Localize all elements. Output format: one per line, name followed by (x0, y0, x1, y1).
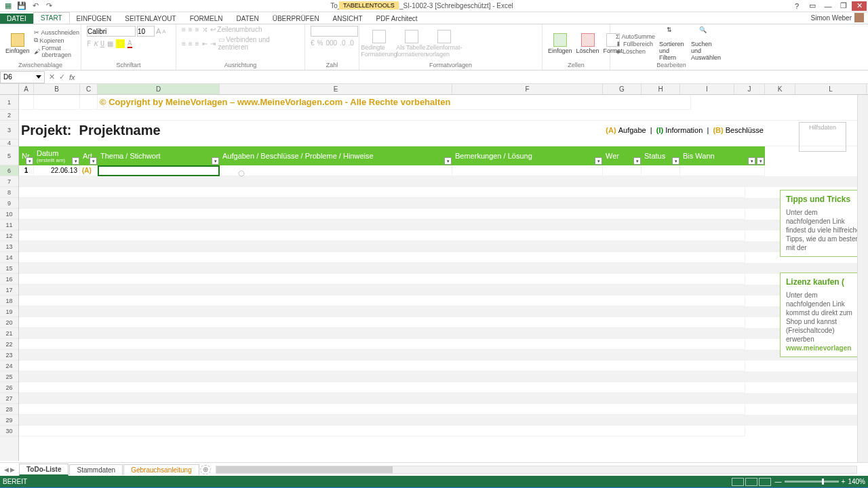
tab-datei[interactable]: DATEI (0, 14, 33, 24)
restore-icon[interactable]: ❐ (836, 1, 851, 11)
percent-icon[interactable]: % (317, 39, 323, 47)
table-row[interactable] (19, 274, 868, 285)
table-row[interactable] (19, 317, 868, 328)
ribbon-display-icon[interactable]: ▭ (805, 1, 820, 11)
sheet-tab-stammdaten[interactable]: Stammdaten (69, 464, 123, 475)
align-center-icon[interactable]: ≡ (189, 40, 193, 47)
redo-icon[interactable]: ↷ (43, 1, 54, 11)
formula-input[interactable] (79, 71, 868, 83)
orientation-icon[interactable]: ⤭ (202, 26, 208, 33)
delete-cells-button[interactable]: Löschen (576, 33, 599, 54)
col-G[interactable]: G (603, 84, 642, 94)
insert-cells-button[interactable]: Einfügen (548, 33, 572, 54)
filter-icon[interactable]: ▾ (595, 157, 602, 165)
copy-button[interactable]: ⧉ Kopieren (34, 37, 80, 44)
save-icon[interactable]: 💾 (16, 1, 27, 11)
contextual-tab-label[interactable]: TABELLENTOOLS (339, 1, 399, 9)
col-E[interactable]: E (220, 84, 452, 94)
row-header[interactable]: 27 (0, 393, 18, 404)
table-row[interactable] (19, 350, 868, 361)
col-A[interactable]: A (19, 84, 34, 94)
table-row[interactable] (19, 285, 868, 296)
col-H[interactable]: H (642, 84, 680, 94)
row-header[interactable]: 9 (0, 198, 18, 209)
row-header[interactable]: 16 (0, 274, 18, 285)
table-row[interactable] (19, 361, 868, 371)
tab-ansicht[interactable]: ANSICHT (326, 14, 370, 24)
table-row[interactable] (19, 176, 868, 187)
underline-button[interactable]: U (100, 40, 104, 47)
tab-formeln[interactable]: FORMELN (183, 14, 230, 24)
table-row[interactable] (19, 382, 868, 393)
row-header[interactable]: 2 (0, 110, 18, 121)
row-header[interactable]: 19 (0, 306, 18, 317)
row-header[interactable]: 8 (0, 187, 18, 198)
clear-button[interactable]: ◈ Löschen (616, 48, 655, 55)
cell-nr[interactable]: 1 (19, 165, 34, 176)
table-row[interactable] (19, 393, 868, 404)
comma-icon[interactable]: 000 (326, 39, 337, 47)
close-icon[interactable]: ✕ (852, 1, 867, 11)
sheet-tab-gebrauch[interactable]: Gebrauchsanleitung (123, 464, 199, 475)
format-painter-button[interactable]: 🖌 Format übertragen (34, 45, 80, 58)
col-C[interactable]: C (80, 84, 98, 94)
zoom-level[interactable]: 140% (848, 478, 865, 485)
cancel-formula-icon[interactable]: ✕ (49, 73, 55, 81)
grow-font-icon[interactable]: A (156, 27, 161, 35)
table-row[interactable] (19, 306, 868, 317)
inc-decimal-icon[interactable]: .0 (340, 39, 345, 47)
fill-color-button[interactable]: ⬚ (116, 39, 125, 48)
row-header[interactable]: 26 (0, 382, 18, 393)
active-cell-D6[interactable] (98, 165, 220, 176)
filter-icon[interactable]: ▾ (212, 157, 219, 165)
filter-icon[interactable]: ▾ (72, 157, 79, 165)
table-row[interactable] (19, 187, 868, 198)
align-right-icon[interactable]: ≡ (195, 40, 199, 47)
filter-icon[interactable]: ▾ (90, 157, 97, 165)
row-header[interactable]: 12 (0, 230, 18, 241)
format-as-table-button[interactable]: Als Tabelle formatieren (397, 30, 426, 58)
row-header[interactable]: 14 (0, 252, 18, 263)
row-header[interactable]: 25 (0, 371, 18, 382)
horizontal-scrollbar[interactable] (216, 466, 857, 474)
row-header[interactable]: 7 (0, 176, 18, 187)
table-row[interactable] (19, 230, 868, 241)
filter-icon[interactable]: ▾ (748, 157, 755, 165)
cut-button[interactable]: ✂ Ausschneiden (34, 29, 80, 36)
cell-datum[interactable]: 22.06.13 (34, 165, 80, 176)
font-color-button[interactable]: A (127, 39, 132, 48)
new-sheet-button[interactable]: ⊕ (200, 465, 211, 474)
wrap-text-button[interactable]: ↩ Zeilenumbruch (210, 26, 262, 33)
border-button[interactable]: ▦ (107, 40, 113, 47)
row-header[interactable]: 15 (0, 263, 18, 274)
row-header[interactable]: 5 (0, 146, 18, 165)
row-header[interactable]: 4 (0, 140, 18, 146)
license-link[interactable]: www.meinevorlagen (786, 344, 862, 352)
autosum-button[interactable]: Σ AutoSumme (616, 33, 655, 40)
minimize-icon[interactable]: — (821, 1, 835, 11)
select-all-corner[interactable] (0, 84, 19, 94)
vertical-scrollbar[interactable] (857, 95, 868, 462)
help-icon[interactable]: ? (789, 1, 804, 11)
filter-icon[interactable]: ▾ (757, 157, 764, 165)
cell-grid[interactable]: © Copyright by MeineVorlagen – www.Meine… (19, 95, 868, 461)
row-header[interactable]: 22 (0, 339, 18, 350)
table-row[interactable] (19, 198, 868, 209)
row-header[interactable]: 24 (0, 361, 18, 371)
row-header[interactable]: 29 (0, 415, 18, 426)
paste-button[interactable]: Einfügen (5, 33, 30, 54)
currency-icon[interactable]: € (311, 39, 315, 47)
row-header[interactable]: 10 (0, 209, 18, 220)
number-format-select[interactable] (311, 26, 358, 37)
align-left-icon[interactable]: ≡ (182, 40, 186, 47)
table-row[interactable] (19, 220, 868, 230)
sheet-nav[interactable]: ◀▶ (0, 466, 19, 473)
tab-einfuegen[interactable]: EINFÜGEN (70, 14, 119, 24)
table-row[interactable] (19, 415, 868, 426)
italic-button[interactable]: K (94, 40, 98, 47)
cell-art[interactable]: (A) (80, 165, 98, 176)
align-middle-icon[interactable]: ≡ (189, 26, 193, 33)
indent-dec-icon[interactable]: ⇤ (202, 40, 208, 47)
font-name-input[interactable] (87, 26, 136, 37)
table-row[interactable] (19, 241, 868, 252)
